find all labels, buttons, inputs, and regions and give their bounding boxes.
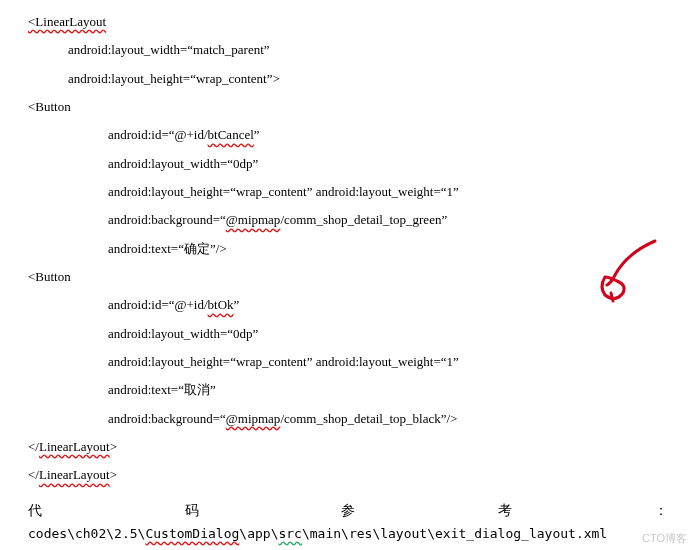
tag-close-linearlayout: LinearLayout	[39, 467, 110, 482]
code-line: android:text=“确定”/>	[28, 235, 695, 263]
code-line: android:id=“@+id/btOk”	[28, 291, 695, 319]
footer: 代 码 参 考 ： codes\ch02\2.5\CustomDialog\ap…	[0, 490, 695, 541]
footer-path: codes\ch02\2.5\CustomDialog\app\src\main…	[28, 520, 667, 541]
footer-char: 代	[28, 502, 42, 520]
code-line: <Button	[28, 93, 695, 121]
footer-char: 考	[498, 502, 512, 520]
tag-close-linearlayout: LinearLayout	[39, 439, 110, 454]
code-line: android:layout_height=“wrap_content” and…	[28, 178, 695, 206]
code-line: android:layout_width=“0dp”	[28, 150, 695, 178]
id-btok: btOk	[208, 297, 234, 312]
mipmap-ref: @mipmap	[226, 212, 281, 227]
watermark: CTO博客	[642, 531, 687, 546]
code-line: <Button	[28, 263, 695, 291]
id-btcancel: btCancel	[208, 127, 254, 142]
path-src: src	[278, 526, 301, 541]
code-line: android:layout_width=“match_parent”	[28, 36, 695, 64]
footer-label-row: 代 码 参 考 ：	[28, 502, 668, 520]
code-line: android:text=“取消”	[28, 376, 695, 404]
footer-char: ：	[654, 502, 668, 520]
tag-linearlayout: <LinearLayout	[28, 14, 106, 29]
code-line: android:id=“@+id/btCancel”	[28, 121, 695, 149]
footer-char: 码	[185, 502, 199, 520]
code-line: </LinearLayout>	[28, 433, 695, 461]
code-line: android:layout_width=“0dp”	[28, 320, 695, 348]
mipmap-ref: @mipmap	[226, 411, 281, 426]
code-block: <LinearLayout android:layout_width=“matc…	[0, 0, 695, 490]
code-line: android:layout_height=“wrap_content”>	[28, 65, 695, 93]
code-line: android:layout_height=“wrap_content” and…	[28, 348, 695, 376]
code-line: android:background=“@mipmap/comm_shop_de…	[28, 405, 695, 433]
code-line: <LinearLayout	[28, 8, 695, 36]
code-line: android:background=“@mipmap/comm_shop_de…	[28, 206, 695, 234]
code-line: </LinearLayout>	[28, 461, 695, 489]
footer-char: 参	[341, 502, 355, 520]
path-customdialog: CustomDialog	[145, 526, 239, 541]
